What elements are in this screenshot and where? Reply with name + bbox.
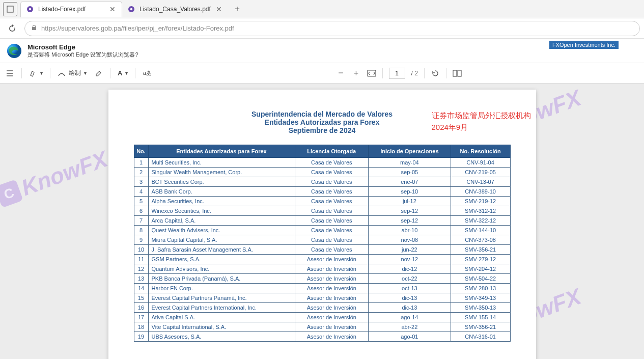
cell-resolution: SMV-322-12 xyxy=(451,216,510,226)
table-row: 5Alpha Securities, Inc.Casa de Valoresju… xyxy=(134,197,510,206)
cell-start: ago-14 xyxy=(369,313,451,322)
tab-actions-button[interactable] xyxy=(3,2,17,16)
reload-button[interactable] xyxy=(4,20,20,37)
banner-title: Microsoft Edge xyxy=(27,43,138,51)
red-annotation: 证券市场监管局外汇授权机构 2024年9月 xyxy=(432,110,531,133)
cell-no: 9 xyxy=(134,235,148,245)
cell-entity: Quest Wealth Advisers, Inc. xyxy=(148,226,295,235)
cell-entity: Vite Capital International, S.A. xyxy=(148,322,295,332)
cell-start: dic-12 xyxy=(369,264,451,274)
cell-license: Casa de Valores xyxy=(295,187,369,197)
draw-tool[interactable]: 绘制 ▾ xyxy=(58,69,87,77)
cell-no: 7 xyxy=(134,216,148,226)
pdf-favicon-icon xyxy=(26,5,34,13)
tab-close-button[interactable]: ✕ xyxy=(108,5,117,13)
cell-resolution: SMV-204-12 xyxy=(451,264,510,274)
tab-strip: Listado-Forex.pdf ✕ Listado_Casa_Valores… xyxy=(0,0,644,18)
document-title-block: Superintendencia del Mercado de Valores … xyxy=(134,110,511,134)
cell-no: 15 xyxy=(134,293,148,303)
table-row: 15Everest Capital Partners Panamá, Inc.A… xyxy=(134,293,510,303)
cell-license: Asesor de Inversión xyxy=(295,293,369,303)
pdf-favicon-icon xyxy=(127,5,135,13)
cell-start: dic-13 xyxy=(369,303,451,313)
cell-entity: ASB Bank Corp. xyxy=(148,187,295,197)
tab-close-button[interactable]: ✕ xyxy=(215,5,223,13)
cell-start: ago-01 xyxy=(369,332,451,342)
new-tab-button[interactable]: ＋ xyxy=(230,2,244,16)
cell-no: 17 xyxy=(134,313,148,322)
cell-resolution: SMV-144-10 xyxy=(451,226,510,235)
cell-no: 8 xyxy=(134,226,148,235)
address-field[interactable] xyxy=(24,21,640,36)
forex-entities-table: No. Entidades Autorizadas para Forex Lic… xyxy=(134,145,511,342)
pdf-toolbar: ▾ 绘制 ▾ A ▾ aあ − + / 2 xyxy=(0,63,644,84)
cell-resolution: SMV-356-21 xyxy=(451,245,510,255)
page-number-input[interactable] xyxy=(389,68,405,79)
cell-entity: Ativa Capital S.A. xyxy=(148,313,295,322)
url-input[interactable] xyxy=(41,24,633,32)
cell-entity: Arca Capital, S.A. xyxy=(148,216,295,226)
cell-license: Casa de Valores xyxy=(295,197,369,206)
cell-start: jun-22 xyxy=(369,245,451,255)
svg-rect-7 xyxy=(453,70,457,76)
cell-resolution: SMV-280-13 xyxy=(451,284,510,293)
toc-icon[interactable] xyxy=(5,69,14,78)
table-row: 8Quest Wealth Advisers, Inc.Casa de Valo… xyxy=(134,226,510,235)
cell-no: 18 xyxy=(134,322,148,332)
tab-active[interactable]: Listado-Forex.pdf ✕ xyxy=(20,1,122,17)
chevron-down-icon: ▾ xyxy=(40,70,43,76)
cell-resolution: SMV-356-21 xyxy=(451,322,510,332)
cell-license: Casa de Valores xyxy=(295,245,369,255)
cell-no: 12 xyxy=(134,264,148,274)
table-row: 4ASB Bank Corp.Casa de Valoressep-10CNV-… xyxy=(134,187,510,197)
cell-entity: Miura Capital Capital, S.A. xyxy=(148,235,295,245)
pdf-viewport[interactable]: CKnowFX CKnowFX CKnowFX CKnowFX Superint… xyxy=(0,84,644,359)
cell-entity: Singular Wealth Management, Corp. xyxy=(148,168,295,177)
cell-start: abr-22 xyxy=(369,322,451,332)
rotate-button[interactable] xyxy=(431,69,440,78)
tab-inactive[interactable]: Listado_Casa_Valores.pdf ✕ xyxy=(122,1,228,17)
cell-entity: Harbor FN Corp. xyxy=(148,284,295,293)
svg-rect-8 xyxy=(458,70,461,76)
page-view-button[interactable] xyxy=(453,69,462,78)
cell-no: 16 xyxy=(134,303,148,313)
text-tool[interactable]: A ▾ xyxy=(118,69,128,77)
cell-license: Asesor de Inversión xyxy=(295,255,369,264)
zoom-in-button[interactable]: + xyxy=(352,69,361,78)
translate-tool[interactable]: aあ xyxy=(143,69,152,78)
col-header-start: Inicio de Operaciones xyxy=(369,145,451,158)
table-row: 1Multi Securities, Inc.Casa de Valoresma… xyxy=(134,158,510,168)
cell-entity: UBS Asesores, S.A. xyxy=(148,332,295,342)
cell-entity: Multi Securities, Inc. xyxy=(148,158,295,168)
cell-entity: J. Safra Sarasin Asset Management S.A. xyxy=(148,245,295,255)
cell-resolution: CNV-219-05 xyxy=(451,168,510,177)
lock-icon xyxy=(31,24,37,32)
cell-entity: PKB Banca Privada (Panamá), S.A. xyxy=(148,274,295,284)
svg-rect-0 xyxy=(7,6,13,12)
cell-resolution: SMV-312-12 xyxy=(451,206,510,216)
cell-resolution: SMV-155-14 xyxy=(451,313,510,322)
cell-resolution: CNV-389-10 xyxy=(451,187,510,197)
cell-license: Asesor de Inversión xyxy=(295,332,369,342)
cell-resolution: SMV-349-13 xyxy=(451,293,510,303)
cell-no: 1 xyxy=(134,158,148,168)
cell-resolution: SMV-279-12 xyxy=(451,255,510,264)
cell-no: 19 xyxy=(134,332,148,342)
cell-resolution: CNV-373-08 xyxy=(451,235,510,245)
zoom-out-button[interactable]: − xyxy=(337,69,346,78)
cell-license: Asesor de Inversión xyxy=(295,284,369,293)
cell-entity: BCT Securities Corp. xyxy=(148,177,295,187)
fit-page-button[interactable] xyxy=(367,69,376,78)
cell-license: Casa de Valores xyxy=(295,168,369,177)
table-row: 11GSM Partners, S.A.Asesor de Inversiónn… xyxy=(134,255,510,264)
cell-no: 3 xyxy=(134,177,148,187)
cell-entity: Everest Capital Partners International, … xyxy=(148,303,295,313)
cell-license: Casa de Valores xyxy=(295,206,369,216)
cell-start: jul-12 xyxy=(369,197,451,206)
erase-tool[interactable] xyxy=(94,69,103,78)
cell-no: 10 xyxy=(134,245,148,255)
cell-entity: Alpha Securities, Inc. xyxy=(148,197,295,206)
banner-subtitle: 是否要将 Microsoft Edge 设置为默认浏览器? xyxy=(27,51,138,59)
table-row: 13PKB Banca Privada (Panamá), S.A.Asesor… xyxy=(134,274,510,284)
highlight-tool[interactable]: ▾ xyxy=(29,69,43,77)
